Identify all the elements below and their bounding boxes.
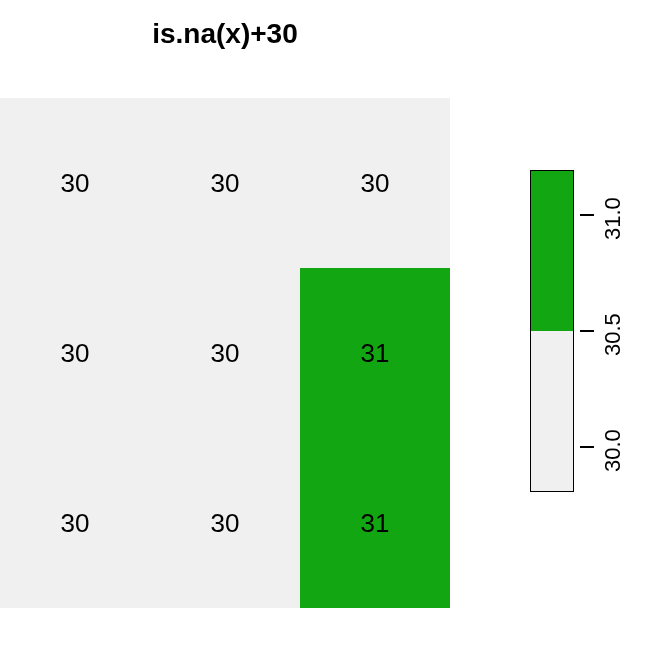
legend-tick-30	[580, 446, 594, 448]
legend-label-305: 30.5	[600, 313, 626, 356]
cell-2-1: 30	[150, 438, 300, 608]
legend-tick-305	[580, 330, 594, 332]
cell-1-2: 31	[300, 268, 450, 438]
cell-0-1: 30	[150, 98, 300, 268]
color-legend	[530, 170, 574, 492]
cell-2-0: 30	[0, 438, 150, 608]
cell-0-0: 30	[0, 98, 150, 268]
legend-low	[531, 331, 573, 491]
legend-label-31: 31.0	[600, 197, 626, 240]
cell-0-2: 30	[300, 98, 450, 268]
legend-tick-31	[580, 214, 594, 216]
cell-2-2: 31	[300, 438, 450, 608]
chart-title: is.na(x)+30	[0, 18, 450, 50]
cell-1-0: 30	[0, 268, 150, 438]
heatmap-grid: 30 30 30 30 30 31 30 30 31	[0, 98, 450, 608]
legend-label-30: 30.0	[600, 429, 626, 472]
legend-high	[531, 171, 573, 331]
legend-axis	[572, 170, 573, 490]
cell-1-1: 30	[150, 268, 300, 438]
